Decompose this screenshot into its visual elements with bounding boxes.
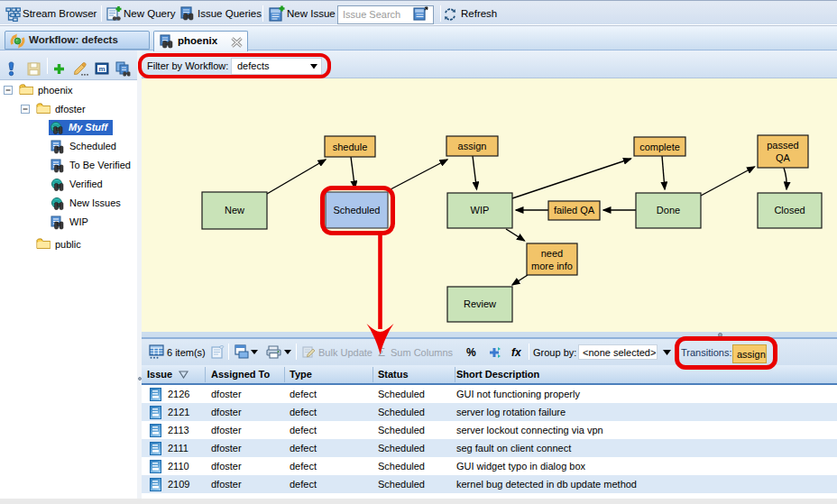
svg-text:more info: more info <box>531 261 573 271</box>
svg-text:Done: Done <box>657 205 680 215</box>
svg-text:WIP: WIP <box>471 205 490 215</box>
svg-text:assign: assign <box>458 141 487 151</box>
svg-text:New: New <box>225 205 244 215</box>
svg-text:complete: complete <box>639 142 680 152</box>
svg-text:m: m <box>98 65 105 73</box>
svg-text:Closed: Closed <box>774 205 805 215</box>
svg-text:failed QA: failed QA <box>554 205 595 215</box>
svg-text:need: need <box>541 248 563 259</box>
svg-text:passed: passed <box>767 140 798 151</box>
svg-text:QA: QA <box>776 152 791 163</box>
svg-text:shedule: shedule <box>333 142 368 152</box>
svg-text:Review: Review <box>464 298 496 309</box>
